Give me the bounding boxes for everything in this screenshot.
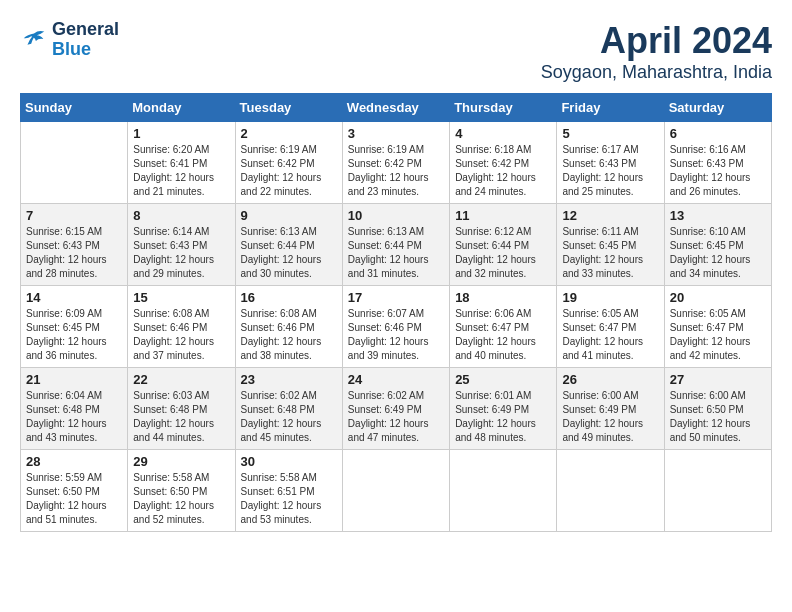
day-info: Sunrise: 6:08 AMSunset: 6:46 PMDaylight:… (241, 307, 337, 363)
calendar-cell: 21Sunrise: 6:04 AMSunset: 6:48 PMDayligh… (21, 368, 128, 450)
calendar-cell: 1Sunrise: 6:20 AMSunset: 6:41 PMDaylight… (128, 122, 235, 204)
day-info: Sunrise: 6:08 AMSunset: 6:46 PMDaylight:… (133, 307, 229, 363)
day-info: Sunrise: 6:11 AMSunset: 6:45 PMDaylight:… (562, 225, 658, 281)
calendar-cell: 18Sunrise: 6:06 AMSunset: 6:47 PMDayligh… (450, 286, 557, 368)
weekday-header-thursday: Thursday (450, 94, 557, 122)
weekday-header-monday: Monday (128, 94, 235, 122)
day-info: Sunrise: 6:14 AMSunset: 6:43 PMDaylight:… (133, 225, 229, 281)
calendar-cell: 29Sunrise: 5:58 AMSunset: 6:50 PMDayligh… (128, 450, 235, 532)
page-header: General Blue April 2024 Soygaon, Maharas… (20, 20, 772, 83)
calendar-cell: 27Sunrise: 6:00 AMSunset: 6:50 PMDayligh… (664, 368, 771, 450)
day-info: Sunrise: 6:19 AMSunset: 6:42 PMDaylight:… (348, 143, 444, 199)
day-number: 15 (133, 290, 229, 305)
day-number: 20 (670, 290, 766, 305)
day-info: Sunrise: 6:02 AMSunset: 6:48 PMDaylight:… (241, 389, 337, 445)
day-info: Sunrise: 6:05 AMSunset: 6:47 PMDaylight:… (670, 307, 766, 363)
day-number: 2 (241, 126, 337, 141)
calendar-cell (342, 450, 449, 532)
day-number: 3 (348, 126, 444, 141)
day-info: Sunrise: 6:04 AMSunset: 6:48 PMDaylight:… (26, 389, 122, 445)
day-number: 29 (133, 454, 229, 469)
calendar-cell: 20Sunrise: 6:05 AMSunset: 6:47 PMDayligh… (664, 286, 771, 368)
calendar-week-row: 7Sunrise: 6:15 AMSunset: 6:43 PMDaylight… (21, 204, 772, 286)
calendar-cell (450, 450, 557, 532)
day-info: Sunrise: 6:00 AMSunset: 6:50 PMDaylight:… (670, 389, 766, 445)
calendar-cell: 8Sunrise: 6:14 AMSunset: 6:43 PMDaylight… (128, 204, 235, 286)
day-number: 10 (348, 208, 444, 223)
calendar-cell: 24Sunrise: 6:02 AMSunset: 6:49 PMDayligh… (342, 368, 449, 450)
day-info: Sunrise: 6:16 AMSunset: 6:43 PMDaylight:… (670, 143, 766, 199)
weekday-header-row: SundayMondayTuesdayWednesdayThursdayFrid… (21, 94, 772, 122)
day-info: Sunrise: 6:09 AMSunset: 6:45 PMDaylight:… (26, 307, 122, 363)
calendar-cell: 17Sunrise: 6:07 AMSunset: 6:46 PMDayligh… (342, 286, 449, 368)
day-info: Sunrise: 6:20 AMSunset: 6:41 PMDaylight:… (133, 143, 229, 199)
day-info: Sunrise: 6:18 AMSunset: 6:42 PMDaylight:… (455, 143, 551, 199)
day-info: Sunrise: 6:13 AMSunset: 6:44 PMDaylight:… (348, 225, 444, 281)
calendar-cell: 26Sunrise: 6:00 AMSunset: 6:49 PMDayligh… (557, 368, 664, 450)
calendar-table: SundayMondayTuesdayWednesdayThursdayFrid… (20, 93, 772, 532)
calendar-header: SundayMondayTuesdayWednesdayThursdayFrid… (21, 94, 772, 122)
weekday-header-saturday: Saturday (664, 94, 771, 122)
calendar-cell (557, 450, 664, 532)
calendar-title: April 2024 (541, 20, 772, 62)
day-info: Sunrise: 6:10 AMSunset: 6:45 PMDaylight:… (670, 225, 766, 281)
calendar-cell: 28Sunrise: 5:59 AMSunset: 6:50 PMDayligh… (21, 450, 128, 532)
day-number: 17 (348, 290, 444, 305)
day-info: Sunrise: 6:01 AMSunset: 6:49 PMDaylight:… (455, 389, 551, 445)
calendar-cell: 10Sunrise: 6:13 AMSunset: 6:44 PMDayligh… (342, 204, 449, 286)
day-info: Sunrise: 6:15 AMSunset: 6:43 PMDaylight:… (26, 225, 122, 281)
day-info: Sunrise: 5:59 AMSunset: 6:50 PMDaylight:… (26, 471, 122, 527)
day-info: Sunrise: 6:12 AMSunset: 6:44 PMDaylight:… (455, 225, 551, 281)
calendar-cell: 7Sunrise: 6:15 AMSunset: 6:43 PMDaylight… (21, 204, 128, 286)
day-number: 8 (133, 208, 229, 223)
day-number: 26 (562, 372, 658, 387)
calendar-cell (664, 450, 771, 532)
day-info: Sunrise: 6:07 AMSunset: 6:46 PMDaylight:… (348, 307, 444, 363)
weekday-header-sunday: Sunday (21, 94, 128, 122)
calendar-cell: 12Sunrise: 6:11 AMSunset: 6:45 PMDayligh… (557, 204, 664, 286)
day-number: 9 (241, 208, 337, 223)
calendar-cell: 23Sunrise: 6:02 AMSunset: 6:48 PMDayligh… (235, 368, 342, 450)
calendar-cell: 9Sunrise: 6:13 AMSunset: 6:44 PMDaylight… (235, 204, 342, 286)
calendar-cell (21, 122, 128, 204)
calendar-week-row: 14Sunrise: 6:09 AMSunset: 6:45 PMDayligh… (21, 286, 772, 368)
weekday-header-wednesday: Wednesday (342, 94, 449, 122)
day-number: 19 (562, 290, 658, 305)
calendar-cell: 19Sunrise: 6:05 AMSunset: 6:47 PMDayligh… (557, 286, 664, 368)
day-number: 18 (455, 290, 551, 305)
calendar-cell: 4Sunrise: 6:18 AMSunset: 6:42 PMDaylight… (450, 122, 557, 204)
calendar-week-row: 28Sunrise: 5:59 AMSunset: 6:50 PMDayligh… (21, 450, 772, 532)
day-number: 28 (26, 454, 122, 469)
day-number: 30 (241, 454, 337, 469)
title-block: April 2024 Soygaon, Maharashtra, India (541, 20, 772, 83)
day-number: 13 (670, 208, 766, 223)
logo: General Blue (20, 20, 119, 60)
day-info: Sunrise: 5:58 AMSunset: 6:51 PMDaylight:… (241, 471, 337, 527)
day-info: Sunrise: 6:00 AMSunset: 6:49 PMDaylight:… (562, 389, 658, 445)
day-number: 24 (348, 372, 444, 387)
calendar-cell: 6Sunrise: 6:16 AMSunset: 6:43 PMDaylight… (664, 122, 771, 204)
weekday-header-friday: Friday (557, 94, 664, 122)
day-number: 11 (455, 208, 551, 223)
day-info: Sunrise: 6:19 AMSunset: 6:42 PMDaylight:… (241, 143, 337, 199)
day-info: Sunrise: 6:05 AMSunset: 6:47 PMDaylight:… (562, 307, 658, 363)
day-info: Sunrise: 5:58 AMSunset: 6:50 PMDaylight:… (133, 471, 229, 527)
calendar-cell: 5Sunrise: 6:17 AMSunset: 6:43 PMDaylight… (557, 122, 664, 204)
day-number: 16 (241, 290, 337, 305)
calendar-cell: 15Sunrise: 6:08 AMSunset: 6:46 PMDayligh… (128, 286, 235, 368)
calendar-cell: 3Sunrise: 6:19 AMSunset: 6:42 PMDaylight… (342, 122, 449, 204)
day-number: 22 (133, 372, 229, 387)
weekday-header-tuesday: Tuesday (235, 94, 342, 122)
day-info: Sunrise: 6:17 AMSunset: 6:43 PMDaylight:… (562, 143, 658, 199)
day-number: 25 (455, 372, 551, 387)
logo-icon (20, 26, 48, 54)
day-number: 7 (26, 208, 122, 223)
day-number: 4 (455, 126, 551, 141)
calendar-cell: 2Sunrise: 6:19 AMSunset: 6:42 PMDaylight… (235, 122, 342, 204)
day-number: 5 (562, 126, 658, 141)
day-info: Sunrise: 6:02 AMSunset: 6:49 PMDaylight:… (348, 389, 444, 445)
calendar-cell: 30Sunrise: 5:58 AMSunset: 6:51 PMDayligh… (235, 450, 342, 532)
calendar-cell: 11Sunrise: 6:12 AMSunset: 6:44 PMDayligh… (450, 204, 557, 286)
calendar-week-row: 1Sunrise: 6:20 AMSunset: 6:41 PMDaylight… (21, 122, 772, 204)
day-info: Sunrise: 6:13 AMSunset: 6:44 PMDaylight:… (241, 225, 337, 281)
